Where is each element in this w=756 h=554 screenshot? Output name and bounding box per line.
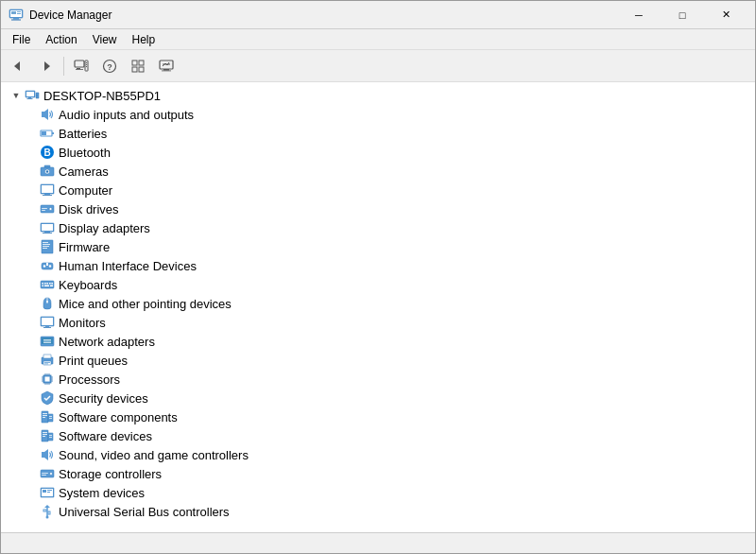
svg-rect-32 <box>37 96 38 97</box>
svg-rect-10 <box>77 68 80 69</box>
svg-rect-90 <box>45 377 50 382</box>
root-label: DESKTOP-NB55PD1 <box>43 89 161 103</box>
list-item[interactable]: ▶ Network adapters <box>1 332 755 351</box>
firmware-label: Firmware <box>59 240 110 254</box>
software-components-label: Software components <box>59 410 178 424</box>
system-devices-label: System devices <box>59 486 145 500</box>
list-item[interactable]: ▶ System devices <box>1 483 755 502</box>
list-item[interactable]: ▶ Universal Serial Bus controllers <box>1 502 755 521</box>
svg-rect-108 <box>49 416 52 417</box>
list-item[interactable]: ▶ Batteries <box>1 124 755 143</box>
svg-rect-12 <box>85 61 88 71</box>
svg-rect-50 <box>42 210 45 211</box>
svg-rect-44 <box>42 185 53 193</box>
back-button[interactable] <box>5 54 31 78</box>
minimize-button[interactable]: ─ <box>617 1 661 29</box>
mice-icon <box>39 295 56 312</box>
svg-text:?: ? <box>107 62 112 72</box>
svg-marker-128 <box>44 505 50 508</box>
storage-label: Storage controllers <box>59 467 162 481</box>
svg-rect-64 <box>41 281 54 288</box>
batteries-icon <box>39 125 56 142</box>
svg-point-131 <box>46 516 49 519</box>
monitor-button[interactable] <box>153 54 180 78</box>
svg-rect-112 <box>43 434 47 435</box>
hid-label: Human Interface Devices <box>59 259 197 273</box>
svg-rect-121 <box>42 475 46 476</box>
software-devices-icon <box>39 427 56 444</box>
network-label: Network adapters <box>59 335 155 349</box>
svg-rect-56 <box>43 242 48 243</box>
list-item[interactable]: ▶ Security devices <box>1 389 755 407</box>
svg-text:B: B <box>43 147 50 158</box>
properties-button[interactable]: ? <box>96 54 123 78</box>
svg-rect-49 <box>42 208 47 209</box>
svg-rect-80 <box>42 338 53 344</box>
list-item[interactable]: ▶ Disk drives <box>1 199 755 218</box>
list-item[interactable]: ▶ Storage controllers <box>1 464 755 483</box>
svg-rect-52 <box>42 224 53 231</box>
maximize-button[interactable]: □ <box>661 1 704 29</box>
menu-view[interactable]: View <box>85 31 125 48</box>
svg-rect-23 <box>163 69 169 71</box>
bluetooth-icon: B <box>39 144 56 161</box>
root-toggle-icon[interactable]: ▼ <box>9 88 24 103</box>
list-item[interactable]: ▶ Firmware <box>1 237 755 256</box>
list-item[interactable]: ▶ Software components <box>1 407 755 426</box>
svg-rect-18 <box>132 61 137 65</box>
list-item[interactable]: ▶ Monitors <box>1 313 755 332</box>
svg-rect-120 <box>42 473 48 474</box>
svg-rect-70 <box>43 286 44 287</box>
processors-icon <box>39 371 56 388</box>
list-item[interactable]: ▶ Cameras <box>1 162 755 181</box>
tree-root-node[interactable]: ▼ DESKTOP-NB55PD1 <box>1 86 755 105</box>
status-bar <box>1 532 755 553</box>
firmware-icon <box>39 238 56 255</box>
svg-rect-85 <box>43 355 51 358</box>
list-item[interactable]: ▶ Audio inputs and outputs <box>1 105 755 124</box>
list-item[interactable]: ▶ Print queues <box>1 351 755 370</box>
device-tree: ▼ DESKTOP-NB55PD1 ▶ <box>1 86 755 521</box>
usb-label: Universal Serial Bus controllers <box>59 505 230 519</box>
svg-rect-9 <box>75 61 84 67</box>
network-icon <box>39 333 56 350</box>
hid-icon <box>39 257 56 274</box>
svg-rect-46 <box>43 195 52 196</box>
svg-rect-76 <box>42 318 53 325</box>
list-item[interactable]: ▶ Mice and other pointing devices <box>1 294 755 313</box>
device-tree-content[interactable]: ▼ DESKTOP-NB55PD1 ▶ <box>1 82 755 532</box>
svg-rect-11 <box>76 69 83 70</box>
list-item[interactable]: ▶ Computer <box>1 181 755 199</box>
sound-icon <box>39 446 56 463</box>
svg-rect-115 <box>49 435 52 436</box>
svg-rect-116 <box>49 437 52 438</box>
list-item[interactable]: ▶ Keyboards <box>1 275 755 294</box>
list-item[interactable]: ▶ Display adapters <box>1 218 755 237</box>
svg-rect-68 <box>49 283 51 285</box>
svg-rect-35 <box>52 132 54 134</box>
sound-label: Sound, video and game controllers <box>59 448 249 462</box>
list-item[interactable]: ▶ B Bluetooth <box>1 143 755 162</box>
list-item[interactable]: ▶ Human Interface Devices <box>1 256 755 275</box>
device-manager-button[interactable] <box>68 54 94 78</box>
grid-view-button[interactable] <box>125 54 151 78</box>
list-item[interactable]: ▶ Software devices <box>1 426 755 445</box>
svg-rect-27 <box>28 97 31 98</box>
menu-file[interactable]: File <box>5 31 38 48</box>
forward-button[interactable] <box>33 54 60 78</box>
svg-rect-124 <box>43 490 46 493</box>
list-item[interactable]: ▶ Sound, video and game controllers <box>1 445 755 464</box>
menu-help[interactable]: Help <box>125 31 163 48</box>
close-button[interactable]: ✕ <box>704 1 747 29</box>
svg-point-62 <box>49 265 51 267</box>
svg-rect-31 <box>37 95 38 95</box>
svg-rect-36 <box>42 131 46 135</box>
computer-icon <box>24 87 41 104</box>
svg-rect-24 <box>162 70 171 71</box>
disk-drives-label: Disk drives <box>59 202 119 216</box>
svg-rect-19 <box>139 61 144 65</box>
title-bar: Device Manager ─ □ ✕ <box>1 1 755 29</box>
svg-rect-130 <box>48 511 50 514</box>
list-item[interactable]: ▶ <box>1 370 755 389</box>
menu-action[interactable]: Action <box>38 31 84 48</box>
